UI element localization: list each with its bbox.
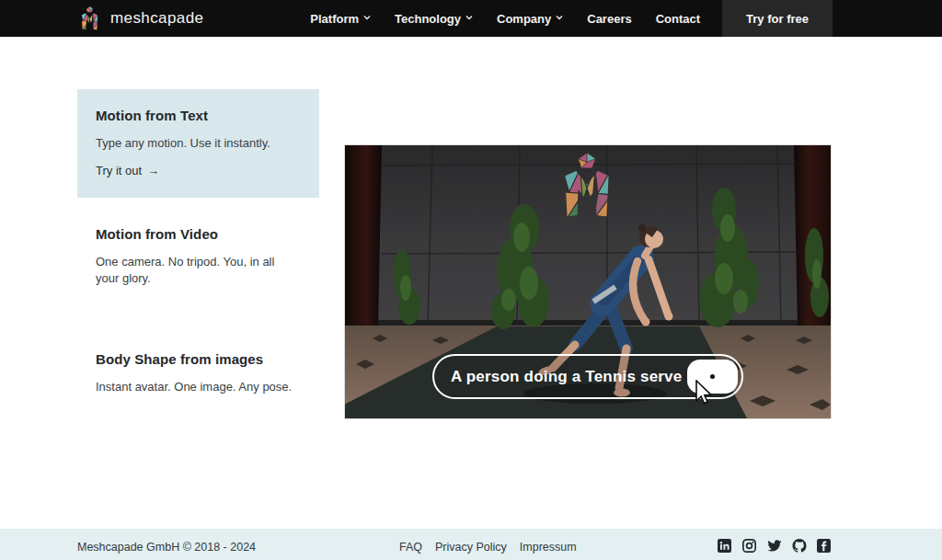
- demo-video-panel[interactable]: A person doing a Tennis serve: [345, 145, 831, 418]
- nav-technology[interactable]: Technology: [395, 12, 473, 26]
- footer-link-impressum[interactable]: Impressum: [520, 541, 577, 554]
- top-navbar: meshcapade Platform Technology Company C…: [0, 0, 942, 37]
- feature-body: One camera. No tripod. You, in all your …: [96, 254, 301, 286]
- chevron-down-icon: [465, 14, 473, 21]
- instagram-icon: [742, 539, 756, 553]
- footer: Meshcapade GmbH © 2018 - 2024 FAQ Privac…: [0, 529, 942, 560]
- social-linkedin[interactable]: [718, 539, 731, 553]
- nav-company[interactable]: Company: [497, 12, 563, 26]
- feature-card-motion-from-text[interactable]: Motion from Text Type any motion. Use it…: [77, 89, 319, 198]
- feature-title: Motion from Video: [96, 226, 301, 242]
- social-github[interactable]: [792, 539, 806, 553]
- feature-card-body-shape-from-images[interactable]: Body Shape from images Instant avatar. O…: [77, 333, 319, 414]
- nav-platform[interactable]: Platform: [310, 12, 371, 26]
- feature-card-motion-from-video[interactable]: Motion from Video One camera. No tripod.…: [77, 208, 319, 304]
- brand-name: meshcapade: [110, 9, 203, 28]
- social-twitter[interactable]: [767, 539, 781, 553]
- main-nav: Platform Technology Company Careers Cont…: [286, 0, 833, 37]
- prompt-submit-button[interactable]: [687, 360, 738, 394]
- social-instagram[interactable]: [742, 539, 756, 553]
- chevron-down-icon: [363, 14, 371, 21]
- social-facebook[interactable]: [817, 539, 831, 553]
- facebook-icon: [817, 539, 831, 553]
- github-icon: [792, 539, 807, 553]
- feature-body: Type any motion. Use it instantly.: [96, 135, 301, 152]
- linkedin-icon: [718, 539, 731, 553]
- copyright-text: Meshcapade GmbH © 2018 - 2024: [77, 541, 256, 554]
- footer-links: FAQ Privacy Policy Impressum: [399, 541, 577, 554]
- try-it-out-link[interactable]: Try it out→: [96, 164, 159, 177]
- nav-contact[interactable]: Contact: [656, 12, 700, 26]
- social-links: [718, 539, 831, 553]
- page: meshcapade Platform Technology Company C…: [0, 0, 942, 560]
- brand-logo[interactable]: meshcapade: [77, 6, 203, 31]
- footer-link-privacy-policy[interactable]: Privacy Policy: [435, 541, 507, 554]
- prompt-pill[interactable]: A person doing a Tennis serve: [432, 354, 743, 399]
- twitter-icon: [767, 539, 782, 553]
- chevron-down-icon: [556, 14, 563, 21]
- arrow-right-icon: →: [147, 164, 159, 177]
- meshcapade-logo-icon: [77, 6, 102, 31]
- try-for-free-button[interactable]: Try for free: [722, 0, 833, 37]
- feature-body: Instant avatar. One image. Any pose.: [96, 379, 301, 395]
- feature-title: Motion from Text: [96, 108, 301, 123]
- footer-link-faq[interactable]: FAQ: [399, 541, 422, 554]
- nav-careers[interactable]: Careers: [587, 12, 631, 26]
- feature-title: Body Shape from images: [96, 351, 301, 367]
- prompt-text: A person doing a Tennis serve: [451, 368, 682, 386]
